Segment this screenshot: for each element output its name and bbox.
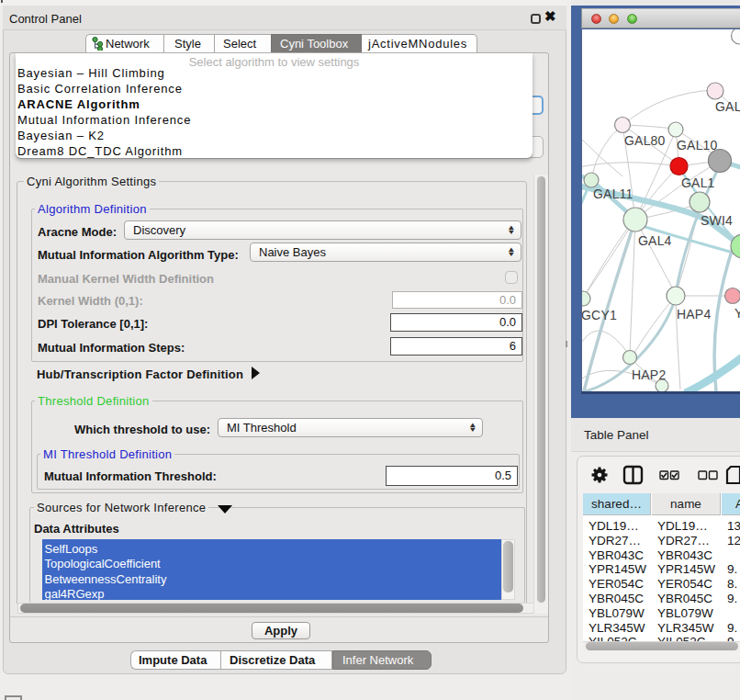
svg-text:GAL4: GAL4 — [638, 233, 672, 248]
svg-text:SWI4: SWI4 — [701, 213, 733, 228]
svg-text:GAL1: GAL1 — [681, 175, 715, 190]
svg-text:HAP2: HAP2 — [632, 367, 666, 382]
svg-text:GAL10: GAL10 — [677, 138, 718, 152]
svg-text:HAP4: HAP4 — [677, 307, 711, 322]
svg-text:GAL11: GAL11 — [593, 186, 633, 201]
svg-text:GAL7: GAL7 — [715, 99, 740, 114]
svg-text:GCY1: GCY1 — [582, 308, 617, 322]
svg-text:GAL80: GAL80 — [624, 133, 666, 148]
svg-text:Y: Y — [734, 306, 740, 321]
